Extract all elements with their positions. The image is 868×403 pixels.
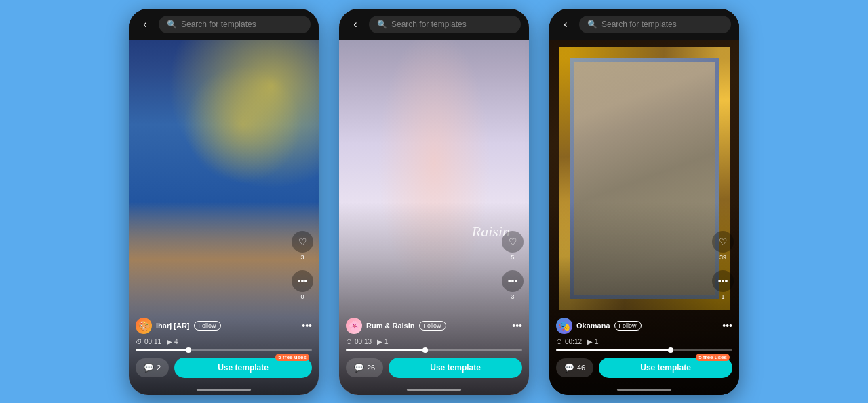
username-2: Rum & Raisin [366,322,415,330]
avatar-1: 🎨 [136,318,152,334]
free-uses-badge-3: 5 free uses [696,354,730,361]
duration-stat-2: ⏱ 00:13 [346,338,372,345]
progress-bar-1[interactable] [129,348,319,352]
user-left-3: 🎭 Okamana Follow [556,318,642,334]
phone1-overlay: 🎨 iharj [AR] Follow ••• ⏱ 00:11 ▶ 4 [129,314,319,395]
use-template-button-3[interactable]: 5 free uses Use template [599,358,732,378]
views-stat-1: ▶ 4 [167,338,178,345]
user-info-3: 🎭 Okamana Follow ••• [549,314,739,337]
more-button-1[interactable]: ••• 0 [292,270,313,300]
progress-track-3 [556,349,732,351]
heart-icon-3: ♡ [712,231,734,253]
more-button-3[interactable]: ••• 1 [712,270,734,300]
use-template-button-2[interactable]: Use template [389,358,522,378]
search-placeholder-3: Search for templates [601,20,677,29]
progress-fill-1 [136,349,189,351]
comment-icon-3: 💬 [564,363,574,373]
user-info-1: 🎨 iharj [AR] Follow ••• [129,314,319,337]
like-button-2[interactable]: ♡ 5 [502,231,524,261]
comment-count-2: 26 [367,364,375,372]
options-button-1[interactable]: ••• [302,320,312,331]
more-icon-2: ••• [502,270,524,292]
user-left-2: 🌸 Rum & Raisin Follow [346,318,446,334]
phone3-header: ‹ 🔍 Search for templates [549,9,739,40]
comment-count-1: 2 [157,364,161,372]
phone3-overlay: 🎭 Okamana Follow ••• ⏱ 00:12 ▶ 1 [549,314,739,395]
progress-track-2 [346,349,522,351]
side-actions-3: ♡ 39 ••• 1 [712,231,734,300]
progress-bar-3[interactable] [549,348,739,352]
views-2: 1 [384,338,389,345]
action-bar-1: 💬 2 5 free uses Use template [129,352,319,386]
search-bar-3[interactable]: 🔍 Search for templates [579,16,731,33]
user-info-2: 🌸 Rum & Raisin Follow ••• [339,314,529,337]
more-icon-1: ••• [292,270,313,292]
comment-button-1[interactable]: 💬 2 [136,358,169,377]
action-bar-3: 💬 46 5 free uses Use template [549,352,739,386]
comment-button-2[interactable]: 💬 26 [346,358,383,377]
comment-count-3: 46 [577,364,585,372]
back-button-2[interactable]: ‹ [347,16,363,33]
like-count-2: 5 [511,254,514,261]
progress-thumb-3 [668,347,673,353]
search-icon-1: 🔍 [167,20,177,29]
user-left-1: 🎨 iharj [AR] Follow [136,318,221,334]
back-button-1[interactable]: ‹ [137,16,153,33]
heart-icon-1: ♡ [292,231,313,253]
search-bar-1[interactable]: 🔍 Search for templates [159,16,311,33]
main-container: ‹ 🔍 Search for templates ♡ 3 ••• 0 [0,0,868,403]
search-icon-3: 🔍 [587,20,597,29]
comment-icon-2: 💬 [354,363,364,373]
back-button-3[interactable]: ‹ [557,16,574,33]
more-icon-3: ••• [712,270,734,292]
progress-thumb-2 [422,347,428,353]
follow-button-1[interactable]: Follow [194,321,221,331]
follow-button-3[interactable]: Follow [614,321,642,331]
stats-row-3: ⏱ 00:12 ▶ 1 [549,337,739,348]
avatar-2: 🌸 [346,318,362,334]
username-1: iharj [AR] [156,322,190,330]
like-count-3: 39 [719,254,726,261]
progress-bar-2[interactable] [339,348,529,352]
views-3: 1 [595,338,599,345]
like-button-1[interactable]: ♡ 3 [292,231,313,261]
views-1: 4 [174,338,178,345]
duration-1: 00:11 [144,338,161,345]
options-button-3[interactable]: ••• [722,320,732,331]
side-actions-2: ♡ 5 ••• 3 [502,231,524,300]
views-stat-2: ▶ 1 [377,338,389,345]
home-indicator-2 [407,389,461,391]
stats-row-2: ⏱ 00:13 ▶ 1 [339,337,529,348]
comment-icon-1: 💬 [144,363,154,373]
search-placeholder-2: Search for templates [391,20,467,29]
more-button-2[interactable]: ••• 3 [502,270,524,300]
heart-icon-2: ♡ [502,231,524,253]
phone2-overlay: 🌸 Rum & Raisin Follow ••• ⏱ 00:13 ▶ 1 [339,314,529,395]
duration-stat-1: ⏱ 00:11 [136,338,161,345]
duration-2: 00:13 [355,338,372,345]
username-3: Okamana [576,322,610,330]
options-button-2[interactable]: ••• [512,320,522,331]
search-placeholder-1: Search for templates [181,20,256,29]
action-bar-2: 💬 26 Use template [339,352,529,386]
phone-2: ‹ 🔍 Search for templates Raisin ♡ 5 ••• … [339,9,529,395]
views-stat-3: ▶ 1 [587,338,599,345]
duration-stat-3: ⏱ 00:12 [556,338,582,345]
side-actions-1: ♡ 3 ••• 0 [292,231,313,300]
home-indicator-1 [197,389,251,391]
progress-fill-3 [556,349,671,351]
phone-3: ‹ 🔍 Search for templates ♡ 39 [549,9,739,395]
progress-thumb-1 [186,347,191,353]
like-count-1: 3 [300,254,304,261]
comment-button-3[interactable]: 💬 46 [556,358,593,377]
like-button-3[interactable]: ♡ 39 [712,231,734,261]
follow-button-2[interactable]: Follow [419,321,446,331]
stats-row-1: ⏱ 00:11 ▶ 4 [129,337,319,348]
free-uses-badge-1: 5 free uses [275,354,309,361]
use-template-button-1[interactable]: 5 free uses Use template [174,358,312,378]
search-icon-2: 🔍 [377,20,387,29]
search-bar-2[interactable]: 🔍 Search for templates [369,16,521,33]
duration-3: 00:12 [565,338,582,345]
progress-track-1 [136,349,312,351]
phone-1: ‹ 🔍 Search for templates ♡ 3 ••• 0 [129,9,319,395]
